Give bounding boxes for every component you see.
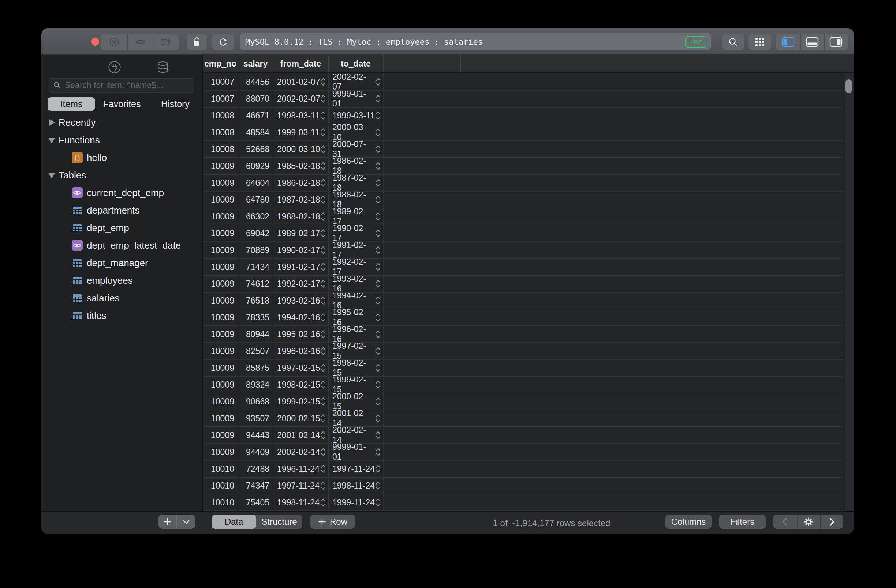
date-stepper-icon[interactable] [320, 346, 326, 356]
table-row[interactable]: 10009 76518 1993-02-16 1994-02-16 [203, 293, 843, 309]
view-mode-structure[interactable]: Structure [256, 515, 302, 529]
tree-group-functions[interactable]: Functions [41, 131, 203, 149]
cell-emp-no[interactable]: 10009 [203, 259, 238, 275]
date-stepper-icon[interactable] [375, 380, 381, 390]
cell-from-date[interactable]: 1992-02-17 [273, 276, 329, 292]
date-stepper-icon[interactable] [320, 161, 326, 171]
cell-salary[interactable]: 84456 [238, 74, 273, 90]
table-row[interactable]: 10009 82507 1996-02-16 1997-02-15 [203, 343, 843, 360]
column-header-salary[interactable]: salary [238, 55, 273, 72]
cell-emp-no[interactable]: 10009 [203, 410, 238, 426]
column-header-from-date[interactable]: from_date [273, 55, 329, 72]
cell-from-date[interactable]: 1998-02-15 [273, 377, 329, 393]
date-stepper-icon[interactable] [375, 329, 381, 339]
column-header-to-date[interactable]: to_date [329, 55, 384, 72]
cell-salary[interactable]: 64604 [238, 175, 273, 191]
table-row[interactable]: 10009 85875 1997-02-15 1998-02-15 [203, 360, 843, 377]
date-stepper-icon[interactable] [320, 447, 326, 457]
cell-salary[interactable]: 74347 [238, 477, 273, 494]
date-stepper-icon[interactable] [375, 397, 381, 407]
columns-button[interactable]: Columns [666, 515, 712, 529]
view-mode-data[interactable]: Data [212, 515, 256, 529]
date-stepper-icon[interactable] [320, 144, 326, 154]
date-stepper-icon[interactable] [375, 161, 381, 171]
table-settings-button[interactable] [797, 515, 820, 529]
database-mode-button[interactable] [155, 59, 170, 76]
cell-emp-no[interactable]: 10009 [203, 225, 238, 242]
cell-from-date[interactable]: 1987-02-18 [273, 191, 329, 208]
date-stepper-icon[interactable] [320, 245, 326, 255]
table-row[interactable]: 10009 94443 2001-02-14 2002-02-14 [203, 427, 843, 444]
cell-to-date[interactable]: 9999-01-01 [329, 444, 384, 460]
date-stepper-icon[interactable] [375, 228, 381, 239]
cell-from-date[interactable]: 1997-02-15 [273, 360, 329, 376]
cell-from-date[interactable]: 1998-03-11 [273, 108, 329, 124]
cell-to-date[interactable]: 1987-02-18 [329, 175, 384, 191]
date-stepper-icon[interactable] [320, 497, 326, 507]
sidebar-item-departments[interactable]: departments [41, 202, 203, 219]
cell-emp-no[interactable]: 10008 [203, 141, 238, 157]
cell-from-date[interactable]: 2001-02-14 [273, 427, 329, 443]
cell-to-date[interactable]: 2000-03-10 [329, 124, 384, 140]
table-row[interactable]: 10009 78335 1994-02-16 1995-02-16 [203, 309, 843, 326]
sidebar-item-current_dept_emp[interactable]: current_dept_emp [41, 184, 203, 202]
toggle-right-panel-button[interactable] [824, 33, 848, 50]
cell-emp-no[interactable]: 10009 [203, 360, 238, 376]
date-stepper-icon[interactable] [320, 430, 326, 440]
date-stepper-icon[interactable] [375, 464, 381, 474]
table-row[interactable]: 10009 90668 1999-02-15 2000-02-15 [203, 394, 843, 410]
disclosure-triangle-icon[interactable] [47, 171, 56, 179]
cell-emp-no[interactable]: 10009 [203, 175, 238, 191]
date-stepper-icon[interactable] [320, 312, 326, 322]
cell-to-date[interactable]: 1998-02-15 [329, 360, 384, 376]
global-search-button[interactable] [722, 33, 744, 50]
sidebar-item-hello[interactable]: {} hello [41, 149, 203, 166]
cell-salary[interactable]: 88070 [238, 91, 273, 107]
disclosure-triangle-icon[interactable] [47, 118, 56, 127]
filters-button[interactable]: Filters [719, 515, 766, 529]
cell-to-date[interactable]: 2002-02-14 [329, 427, 384, 443]
date-stepper-icon[interactable] [320, 194, 326, 205]
date-stepper-icon[interactable] [375, 363, 381, 373]
add-row-button[interactable]: Row [310, 515, 355, 529]
cell-emp-no[interactable]: 10009 [203, 427, 238, 443]
cell-to-date[interactable]: 1998-11-24 [329, 477, 384, 494]
date-stepper-icon[interactable] [320, 94, 326, 104]
date-stepper-icon[interactable] [375, 127, 381, 137]
tab-items[interactable]: Items [47, 97, 95, 111]
date-stepper-icon[interactable] [320, 111, 326, 121]
cell-from-date[interactable]: 1999-03-11 [273, 124, 329, 140]
cell-salary[interactable]: 66302 [238, 208, 273, 225]
table-row[interactable]: 10009 64604 1986-02-18 1987-02-18 [203, 175, 843, 191]
table-row[interactable]: 10009 64780 1987-02-18 1988-02-18 [203, 191, 843, 208]
table-row[interactable]: 10008 46671 1998-03-11 1999-03-11 [203, 108, 843, 124]
cell-emp-no[interactable]: 10009 [203, 309, 238, 325]
date-stepper-icon[interactable] [375, 480, 381, 491]
table-row[interactable]: 10009 70889 1990-02-17 1991-02-17 [203, 242, 843, 259]
date-stepper-icon[interactable] [320, 178, 326, 188]
sidebar-item-titles[interactable]: titles [41, 307, 203, 324]
next-page-button[interactable] [820, 515, 843, 529]
cell-to-date[interactable]: 1999-02-15 [329, 377, 384, 393]
date-stepper-icon[interactable] [375, 430, 381, 440]
cell-to-date[interactable]: 1993-02-16 [329, 276, 384, 292]
cell-to-date[interactable]: 1997-11-24 [329, 461, 384, 477]
cell-to-date[interactable]: 2001-02-14 [329, 410, 384, 426]
cell-from-date[interactable]: 1995-02-16 [273, 326, 329, 342]
table-row[interactable]: 10009 80944 1995-02-16 1996-02-16 [203, 326, 843, 343]
cell-emp-no[interactable]: 10007 [203, 74, 238, 90]
close-window-button[interactable] [91, 38, 99, 46]
cell-salary[interactable]: 70889 [238, 242, 273, 258]
cell-from-date[interactable]: 1988-02-18 [273, 208, 329, 225]
cell-salary[interactable]: 75405 [238, 494, 273, 511]
cell-emp-no[interactable]: 10009 [203, 293, 238, 308]
disconnect-button[interactable] [101, 33, 127, 50]
table-row[interactable]: 10007 84456 2001-02-07 2002-02-07 [203, 74, 843, 91]
previous-page-button[interactable] [774, 515, 797, 529]
cell-from-date[interactable]: 2002-02-14 [273, 444, 329, 460]
cell-emp-no[interactable]: 10010 [203, 494, 238, 511]
table-row[interactable]: 10009 71434 1991-02-17 1992-02-17 [203, 259, 843, 276]
cell-emp-no[interactable]: 10010 [203, 477, 238, 494]
date-stepper-icon[interactable] [375, 295, 381, 306]
cell-to-date[interactable]: 1997-02-15 [329, 343, 384, 359]
